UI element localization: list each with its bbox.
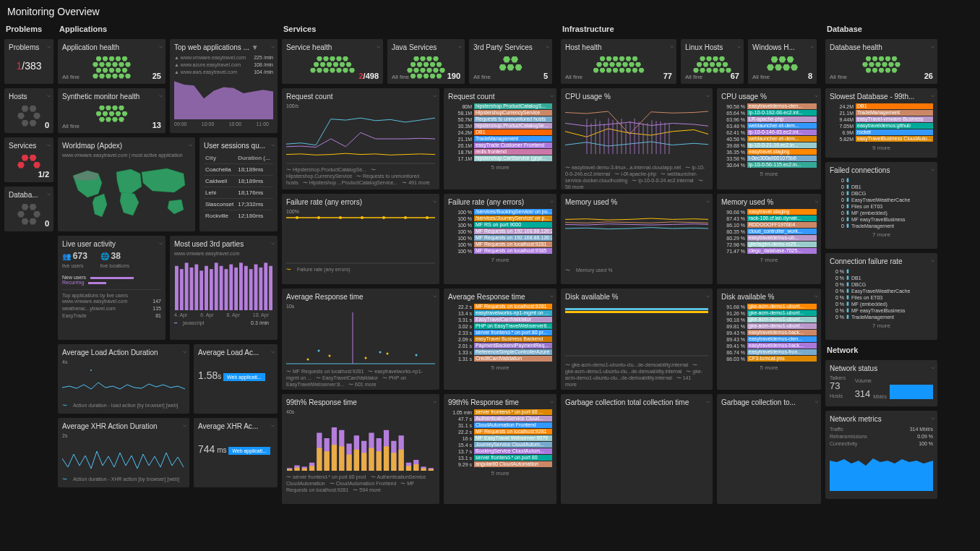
- svg-rect-63: [369, 448, 374, 471]
- chevron-down-icon[interactable]: ⌵: [546, 42, 549, 49]
- chevron-down-icon[interactable]: ⌵: [931, 414, 934, 421]
- tile-top-web[interactable]: ⌵ Top web applications ... ▼ ▲ www.vmwar…: [170, 39, 278, 133]
- filter-icon[interactable]: ▼: [252, 43, 259, 51]
- tile-3rd-svc[interactable]: ⌵ 3rd Party Services All fine5: [469, 39, 552, 84]
- tile-failed-conn[interactable]: ⌵ Failed connections 0▮0▮DB10▮DBCG0▮Easy…: [825, 162, 937, 249]
- svg-rect-77: [421, 469, 426, 471]
- chevron-down-icon[interactable]: ⌵: [550, 397, 554, 404]
- tile-conn-fail[interactable]: ⌵ Connection failure rate 0 %▮0 %▮DB10 %…: [825, 253, 937, 340]
- chevron-down-icon[interactable]: ⌵: [189, 140, 192, 148]
- chevron-down-icon[interactable]: ⌵: [550, 197, 554, 204]
- tile-services-mini[interactable]: ⌵ Services 1/2: [4, 137, 53, 182]
- chevron-down-icon[interactable]: ⌵: [433, 91, 437, 98]
- chevron-down-icon[interactable]: ⌵: [47, 189, 51, 197]
- svg-rect-1: [180, 269, 184, 310]
- tile-databases-mini[interactable]: ⌵ Databa... 0: [4, 187, 53, 231]
- tile-net-status[interactable]: ⌵ Network status Talkers73 Hosts Volume …: [825, 360, 937, 406]
- chevron-down-icon[interactable]: ⌵: [47, 91, 51, 98]
- chart-p99: [286, 414, 435, 472]
- tile-req-count[interactable]: ⌵ Request count 100/s 〜 Hipstershop.Prod…: [282, 88, 439, 189]
- chevron-down-icon[interactable]: ⌵: [183, 421, 186, 428]
- svg-rect-101: [565, 311, 708, 313]
- chevron-down-icon[interactable]: ⌵: [433, 291, 437, 299]
- chevron-down-icon[interactable]: ⌵: [458, 42, 462, 49]
- tile-most-3rd[interactable]: ⌵ Most used 3rd parties www.vmware.easyt…: [170, 236, 278, 340]
- tile-mem2[interactable]: ⌵ Memory used % 90.68 %easytravel.stagin…: [717, 194, 821, 284]
- svg-rect-17: [259, 268, 262, 310]
- tile-disk2[interactable]: ⌵ Disk available % 91.68 %gke-acm-demo1-…: [717, 289, 821, 390]
- chevron-down-icon[interactable]: ⌵: [159, 91, 163, 98]
- chevron-down-icon[interactable]: ⌵: [433, 397, 437, 404]
- hex-cluster: [62, 103, 161, 124]
- tile-mem[interactable]: ⌵ Memory used % 〜 Memory used %: [561, 194, 713, 284]
- chevron-down-icon[interactable]: ⌵: [706, 197, 710, 204]
- chevron-down-icon[interactable]: ⌵: [271, 140, 275, 148]
- chevron-down-icon[interactable]: ⌵: [433, 197, 437, 204]
- tile-hosts[interactable]: ⌵ Hosts 0: [4, 88, 53, 133]
- tile-fail-rate2[interactable]: ⌵ Failure rate (any errors) 100 %/servic…: [444, 194, 556, 284]
- tile-svc-health[interactable]: ⌵ Service health 2/498: [282, 39, 383, 84]
- chevron-down-icon[interactable]: ⌵: [271, 239, 275, 246]
- chevron-down-icon[interactable]: ⌵: [814, 397, 818, 404]
- webapp-button[interactable]: Web applicati...: [228, 447, 270, 455]
- tile-disk[interactable]: ⌵ Disk available % 〜 gke-acm-demo1-ubunt…: [561, 289, 713, 390]
- tile-db-health[interactable]: ⌵ Database health All fine26: [825, 39, 937, 84]
- chevron-down-icon[interactable]: ⌵: [159, 42, 163, 49]
- tile-avg-resp2[interactable]: ⌵ Average Response time 22.2 sMF Request…: [444, 289, 556, 390]
- chevron-down-icon[interactable]: ⌵: [183, 347, 186, 354]
- chevron-down-icon[interactable]: ⌵: [814, 291, 818, 299]
- chevron-down-icon[interactable]: ⌵: [47, 42, 51, 49]
- tile-req-count2[interactable]: ⌵ Request count 80Mhipstershop.ProductCa…: [444, 88, 556, 189]
- tile-gc2[interactable]: ⌵ Garbage collection to...: [717, 394, 821, 504]
- chevron-down-icon[interactable]: ⌵: [550, 291, 554, 299]
- tile-java-svc[interactable]: ⌵ Java Services All fine190: [387, 39, 465, 84]
- chevron-down-icon[interactable]: ⌵: [931, 363, 934, 370]
- tile-avg-load[interactable]: ⌵ Average Load Action Duration 4s 〜 Acti…: [58, 344, 189, 414]
- tile-worldmap[interactable]: ⌵ Worldmap (Apdex) www.vmware.easytravel…: [58, 137, 195, 231]
- tile-app-health[interactable]: ⌵ Application health All fine25: [58, 39, 166, 84]
- tile-problems[interactable]: ⌵ Problems 1/383: [4, 39, 53, 84]
- tile-avg-resp[interactable]: ⌵ Average Response time 10s 〜 MF Request…: [282, 289, 439, 390]
- chevron-down-icon[interactable]: ⌵: [47, 140, 51, 148]
- chevron-down-icon[interactable]: ⌵: [706, 91, 710, 98]
- chevron-down-icon[interactable]: ⌵: [159, 239, 163, 246]
- tile-live-user[interactable]: ⌵ Live user activity 👥 673live users 🌐 3…: [58, 236, 166, 340]
- chart-avg-resp: [286, 309, 435, 367]
- chevron-down-icon[interactable]: ⌵: [737, 42, 741, 49]
- svg-rect-69: [391, 453, 396, 471]
- tile-gc[interactable]: ⌵ Garbage collection total collection ti…: [561, 394, 713, 504]
- tile-cpu[interactable]: ⌵ CPU usage % 〜 easytravel-demo-3-linux.…: [561, 88, 713, 189]
- tile-p99[interactable]: ⌵ 99th% Response time 40s 〜 server front…: [282, 394, 439, 504]
- tile-host-health[interactable]: ⌵ Host health All fine77: [561, 39, 676, 84]
- chevron-down-icon[interactable]: ⌵: [931, 165, 934, 172]
- tile-avg-xhr[interactable]: ⌵ Average XHR Action Duration 2s 〜 Actio…: [58, 418, 189, 487]
- tile-avg-xhr2[interactable]: ⌵ Average XHR Ac... 744 ms Web applicati…: [194, 418, 278, 487]
- chevron-down-icon[interactable]: ⌵: [931, 91, 934, 98]
- tile-p99-2[interactable]: ⌵ 99th% Response time 1.05 minserver fro…: [444, 394, 556, 504]
- chevron-down-icon[interactable]: ⌵: [706, 397, 710, 404]
- chevron-down-icon[interactable]: ⌵: [271, 42, 275, 49]
- chevron-down-icon[interactable]: ⌵: [810, 42, 814, 49]
- tile-avg-load2[interactable]: ⌵ Average Load Ac... 1.58s Web applicati…: [194, 344, 278, 414]
- chevron-down-icon[interactable]: ⌵: [931, 42, 934, 49]
- chevron-down-icon[interactable]: ⌵: [931, 256, 934, 263]
- tile-linux-hosts[interactable]: ⌵ Linux Hosts All fine67: [681, 39, 744, 84]
- tile-fail-rate[interactable]: ⌵ Failure rate (any errors) 100% 〜 Failu…: [282, 194, 439, 284]
- chevron-down-icon[interactable]: ⌵: [271, 347, 275, 354]
- tile-net-metrics[interactable]: ⌵ Network metrics Traffic314 Mbit/sRetra…: [825, 411, 937, 499]
- tile-win-hosts[interactable]: ⌵ Windows H... All fine8: [748, 39, 817, 84]
- tile-synth-health[interactable]: ⌵ Synthetic monitor health All fine13: [58, 88, 166, 133]
- chevron-down-icon[interactable]: ⌵: [814, 197, 818, 204]
- webapp-button[interactable]: Web applicati...: [223, 373, 265, 381]
- chevron-down-icon[interactable]: ⌵: [706, 291, 710, 299]
- chevron-down-icon[interactable]: ⌵: [550, 91, 554, 98]
- chevron-down-icon[interactable]: ⌵: [271, 421, 275, 428]
- svg-rect-3: [190, 268, 194, 310]
- tile-cpu2[interactable]: ⌵ CPU usage % 90.58 %easytraveldemos-cle…: [717, 88, 821, 189]
- chevron-down-icon[interactable]: ⌵: [670, 42, 674, 49]
- tile-slowest[interactable]: ⌵ Slowest Database - 99th... 24.2MDB121.…: [825, 88, 937, 158]
- tile-sessions[interactable]: ⌵ User sessions qu... CityDuration (...C…: [199, 137, 278, 231]
- chevron-down-icon[interactable]: ⌵: [377, 42, 380, 49]
- chevron-down-icon[interactable]: ⌵: [814, 91, 818, 98]
- svg-point-28: [404, 216, 407, 219]
